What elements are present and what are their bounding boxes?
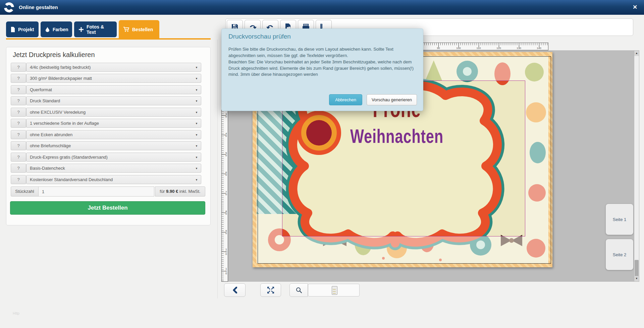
- help-button[interactable]: ?: [11, 85, 26, 94]
- zoom-slider-thumb[interactable]: [332, 286, 337, 295]
- chevron-down-icon: ▼: [195, 175, 198, 184]
- scroll-down-button[interactable]: ▼: [634, 276, 639, 281]
- print-preview-dialog: Druckvorschau prüfen Prüfen Sie bitte di…: [221, 29, 423, 111]
- app-logo-icon: [3, 2, 15, 13]
- order-button[interactable]: Jetzt Bestellen: [10, 201, 205, 215]
- option-select-umschlaege[interactable]: ohne Briefumschläge ▼: [26, 141, 201, 150]
- chevron-down-icon: ▼: [195, 74, 198, 83]
- scroll-up-button[interactable]: ▲: [634, 51, 639, 56]
- panel-divider: [217, 40, 218, 298]
- option-select-datencheck[interactable]: Basis-Datencheck ▼: [26, 164, 201, 173]
- chevron-down-icon: ▼: [195, 97, 198, 106]
- page-button-1[interactable]: Seite 1: [606, 204, 633, 235]
- option-row-umschlaege: ? ohne Briefumschläge ▼: [11, 141, 201, 150]
- price-display: für 9.90 € inkl. MwSt.: [155, 186, 205, 197]
- option-row-sorten: ? 1 verschiedene Sorte in der Auflage ▼: [11, 119, 201, 128]
- chevron-down-icon: ▼: [195, 108, 198, 117]
- help-button[interactable]: ?: [11, 96, 26, 105]
- dialog-body: Prüfen Sie bitte die Druckvorschau, da d…: [228, 46, 419, 78]
- option-row-color: ? 4/4c (beidseitig farbig bedruckt) ▼: [11, 63, 201, 72]
- generate-preview-button[interactable]: Vorschau generieren: [367, 94, 417, 105]
- option-select-druck[interactable]: Druck Standard ▼: [26, 96, 201, 105]
- close-icon: ✕: [633, 4, 637, 10]
- close-button[interactable]: ✕: [631, 3, 639, 11]
- option-select-color[interactable]: 4/4c (beidseitig farbig bedruckt) ▼: [26, 63, 201, 72]
- chevron-down-icon: ▼: [195, 153, 198, 162]
- quantity-label: Stückzahl: [11, 186, 39, 197]
- dialog-title: Druckvorschau prüfen: [228, 33, 291, 40]
- arrow-up-icon: ▲: [635, 52, 638, 55]
- tab-projekt[interactable]: Projekt: [6, 21, 39, 37]
- tab-label: Fotos & Text: [87, 24, 112, 35]
- dialog-body-line2: Beachten Sie: Die Vorschau beinhaltet an…: [228, 59, 419, 78]
- help-button[interactable]: ?: [11, 141, 26, 150]
- cancel-button[interactable]: Abbrechen: [329, 94, 362, 105]
- price-value: 9.90 €: [166, 189, 178, 194]
- expand-icon: [267, 286, 274, 294]
- help-button[interactable]: ?: [11, 175, 26, 184]
- help-button[interactable]: ?: [11, 74, 26, 83]
- option-row-paper: ? 300 g/m² Bilderdruckpapier matt ▼: [11, 74, 201, 83]
- help-button[interactable]: ?: [11, 130, 26, 139]
- option-row-ecken: ? ohne Ecken abrunden ▼: [11, 130, 201, 139]
- vertical-scrollbar[interactable]: ▲ ▼: [634, 50, 639, 282]
- option-select-ecken[interactable]: ohne Ecken abrunden ▼: [26, 130, 201, 139]
- option-row-format: ? Querformat ▼: [11, 85, 201, 94]
- option-row-versand: ? Kostenloser Standardversand Deutschlan…: [11, 175, 201, 184]
- option-select-veredelung[interactable]: ohne EXCLUSIV Veredelung ▼: [26, 108, 201, 117]
- chevron-down-icon: ▼: [195, 130, 198, 140]
- arrow-down-icon: ▼: [635, 277, 638, 280]
- quantity-input[interactable]: [38, 186, 154, 197]
- option-row-veredelung: ? ohne EXCLUSIV Veredelung ▼: [11, 108, 201, 117]
- page-button-2[interactable]: Seite 2: [606, 239, 633, 270]
- tab-farben[interactable]: Farben: [41, 21, 72, 37]
- paint-icon: [45, 27, 50, 32]
- plus-icon: [79, 27, 84, 32]
- tabs-underline: [6, 38, 211, 40]
- app-title: Online gestalten: [19, 4, 58, 10]
- calculator-title: Jetzt Druckpreis kalkulieren: [13, 51, 95, 59]
- chevron-down-icon: ▼: [195, 119, 198, 128]
- help-button[interactable]: ?: [11, 164, 26, 173]
- option-row-druck: ? Druck Standard ▼: [11, 96, 201, 105]
- chevron-down-icon: ▼: [195, 164, 198, 173]
- option-select-express[interactable]: Druck-Express gratis (Standardversand) ▼: [26, 153, 201, 162]
- option-row-express: ? Druck-Express gratis (Standardversand)…: [11, 153, 201, 162]
- app-window: Online gestalten ✕ Projekt Farben Fotos …: [0, 0, 644, 328]
- document-icon: [11, 27, 15, 32]
- cart-icon: [123, 27, 129, 32]
- zoom-slider[interactable]: [308, 284, 360, 296]
- dialog-body-line1: Prüfen Sie bitte die Druckvorschau, da d…: [228, 46, 419, 59]
- tab-bestellen[interactable]: Bestellen: [119, 20, 159, 39]
- tab-fotos-text[interactable]: Fotos & Text: [74, 21, 117, 37]
- tab-label: Farben: [53, 27, 68, 32]
- option-select-versand[interactable]: Kostenloser Standardversand Deutschland …: [26, 175, 201, 184]
- help-button[interactable]: ?: [11, 153, 26, 162]
- help-button[interactable]: ?: [11, 108, 26, 117]
- tab-label: Projekt: [18, 27, 34, 32]
- magnifier-icon: [296, 287, 302, 293]
- zoom-button[interactable]: [289, 283, 308, 297]
- scroll-thumb[interactable]: [635, 260, 639, 277]
- topbar: Online gestalten ✕: [0, 0, 644, 15]
- chevron-down-icon: ▼: [195, 63, 198, 72]
- option-select-format[interactable]: Querformat ▼: [26, 85, 201, 94]
- option-select-sorten[interactable]: 1 verschiedene Sorte in der Auflage ▼: [26, 119, 201, 128]
- chevron-down-icon: ▼: [195, 142, 198, 151]
- help-button[interactable]: ?: [11, 119, 26, 128]
- chevron-down-icon: ▼: [195, 86, 198, 95]
- tab-label: Bestellen: [132, 27, 153, 32]
- option-row-datencheck: ? Basis-Datencheck ▼: [11, 164, 201, 173]
- help-button[interactable]: ?: [11, 63, 26, 72]
- status-hint: Http: [13, 311, 19, 315]
- fit-to-screen-button[interactable]: [260, 283, 281, 297]
- chevron-left-icon: [232, 287, 237, 293]
- back-button[interactable]: [224, 283, 246, 297]
- option-select-paper[interactable]: 300 g/m² Bilderdruckpapier matt ▼: [26, 74, 201, 83]
